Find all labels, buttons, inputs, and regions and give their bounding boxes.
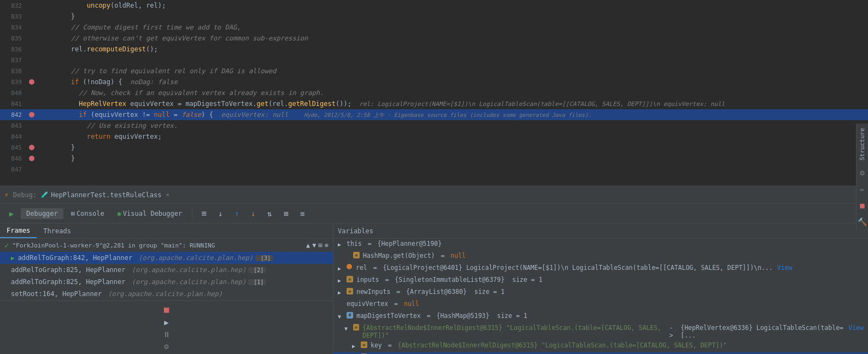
evaluate-button[interactable]: ⇅	[262, 206, 277, 221]
var-this[interactable]: ▶ this = {HepPlanner@5190}	[333, 239, 868, 251]
var-name-mapdigest: mapDigestToVertex	[356, 312, 421, 320]
expand-icon-key[interactable]: ▶	[352, 343, 359, 349]
console-icon: ⊞	[71, 210, 75, 217]
debug-tab-active[interactable]: 🧪 HepPlannerTest.testRuleClass ×	[41, 191, 169, 199]
thread-options-btn[interactable]: ⊕	[325, 241, 329, 249]
structure-gear-icon[interactable]: ⚙	[860, 168, 864, 177]
var-name-key: key	[371, 341, 382, 349]
frame-class-0: (org.apache.calcite.plan.hep)	[134, 254, 253, 262]
hash-icon-mapdigest: #	[347, 312, 353, 318]
structure-edit-icon[interactable]: ✏	[860, 185, 864, 193]
var-eq-key: =	[384, 341, 396, 349]
frame-class-3: (org.apache.calcite.plan.hep)	[104, 290, 222, 298]
breakpoint-839[interactable]	[29, 79, 34, 85]
structure-label[interactable]: Structure	[859, 128, 866, 161]
view-link-entry[interactable]: View	[848, 324, 864, 332]
code-line-843: 843 // Use existing vertex.	[0, 120, 868, 131]
frame-item-3[interactable]: setRoot:164, HepPlanner (org.apache.calc…	[0, 288, 333, 300]
frame-badge-2: [1]	[248, 279, 266, 285]
frame-method-3: setRoot:164, HepPlanner	[11, 290, 102, 298]
code-content-833: }	[37, 11, 868, 22]
debug-toolbar: ▶ Debugger ⊞ Console ◉ Visual Debugger ≡…	[0, 204, 868, 223]
eq-icon-key: =	[361, 341, 367, 348]
thread-down-btn[interactable]: ▼	[312, 241, 316, 249]
var-hashmap-get[interactable]: = HashMap.get(Object) = null	[333, 251, 868, 263]
frame-item-0[interactable]: ▶ addRelToGraph:842, HepPlanner (org.apa…	[0, 252, 333, 264]
rerun-button[interactable]: ▶	[4, 206, 19, 221]
step-out-button[interactable]: ↑	[230, 206, 244, 221]
line-number-836: 836	[0, 46, 26, 53]
frames-button[interactable]: ⊞	[279, 206, 293, 221]
var-mapdigest[interactable]: ▼ # mapDigestToVertex = {HashMap@5193} s…	[333, 311, 868, 323]
frame-class-1: (org.apache.calcite.plan.hep)	[128, 266, 247, 274]
line-number-847: 847	[0, 166, 26, 173]
breakpoint-845[interactable]	[29, 145, 34, 150]
tab-debugger[interactable]: Debugger	[21, 208, 63, 219]
code-content-838: // try to find equivalent rel only if DA…	[37, 66, 868, 76]
debug-close[interactable]: ×	[166, 191, 169, 198]
frame-method-1: addRelToGraph:825, HepPlanner	[11, 266, 126, 274]
view-link-rel[interactable]: View	[777, 264, 793, 272]
pause-btn[interactable]: ⏸	[163, 330, 171, 339]
visual-debug-icon: ◉	[118, 210, 121, 217]
var-equivvertex[interactable]: equivVertex = null	[333, 299, 868, 311]
tab-visual-debugger[interactable]: ◉ Visual Debugger	[112, 208, 188, 219]
expand-icon-hashmap	[344, 253, 351, 259]
view-anchor-entry[interactable]: View	[848, 324, 864, 332]
var-inputs[interactable]: ▶ = inputs = {SingletonImmutableList@637…	[333, 275, 868, 287]
variables-panel: Variables ▶ this = {HepPlanner@5190} = H…	[333, 223, 868, 354]
more-btn[interactable]: ⚙	[164, 342, 168, 351]
line-number-837: 837	[0, 57, 26, 64]
frame-item-1[interactable]: addRelToGraph:825, HepPlanner (org.apach…	[0, 264, 333, 276]
structure-sidebar: Structure ⚙ ✏ ■ 🔨	[856, 123, 868, 231]
tab-console[interactable]: ⊞ Console	[66, 208, 110, 219]
expand-icon-inputs[interactable]: ▶	[338, 278, 344, 284]
view-anchor-rel[interactable]: View	[777, 264, 793, 272]
frame-badge-1: [2]	[248, 267, 266, 273]
settings-button[interactable]: ≡	[295, 206, 309, 221]
eq-icon-inputs: =	[347, 276, 353, 282]
code-line-844: 844 return equivVertex;	[0, 131, 868, 142]
step-into-button[interactable]: ↓	[213, 206, 227, 221]
expand-icon-entry[interactable]: ▼	[344, 326, 351, 332]
var-name-inputs: inputs	[356, 276, 379, 284]
line-number-834: 834	[0, 24, 26, 31]
code-line-846: 846 }	[0, 153, 868, 164]
frame-method-2: addRelToGraph:825, HepPlanner	[11, 278, 126, 286]
eq-icon-hashmap: =	[353, 252, 360, 258]
expand-icon-mapdigest[interactable]: ▼	[338, 314, 344, 320]
code-line-838: 838 // try to find equivalent rel only i…	[0, 66, 868, 76]
var-newinputs[interactable]: ▶ = newInputs = {ArrayList@6380} size = …	[333, 287, 868, 299]
tab-frames[interactable]: Frames	[0, 223, 37, 238]
expand-icon-newinputs[interactable]: ▶	[338, 290, 344, 296]
eq-icon-newinputs: =	[347, 288, 353, 294]
frame-item-2[interactable]: addRelToGraph:825, HepPlanner (org.apach…	[0, 276, 333, 288]
var-rel[interactable]: ▶ rel = {LogicalProject@6401} LogicalPro…	[333, 263, 868, 275]
stop-btn[interactable]: ■	[164, 304, 169, 315]
variables-header: Variables	[333, 223, 868, 239]
tab-threads-label: Threads	[43, 227, 71, 235]
toolbar-sep-1	[192, 208, 192, 219]
thread-up-btn[interactable]: ▲	[306, 241, 310, 249]
breakpoint-842[interactable]	[29, 112, 34, 117]
line-number-845: 845	[0, 144, 26, 151]
var-eq-inputs: =	[382, 276, 393, 284]
tab-console-label: Console	[77, 210, 104, 217]
resume-btn[interactable]: ▶	[164, 318, 168, 327]
code-line-845: 845 }	[0, 142, 868, 153]
expand-icon-this[interactable]: ▶	[338, 241, 344, 247]
var-mapdigest-entry[interactable]: ▼ = {AbstractRelNode$InnerRelDigest@6315…	[333, 323, 868, 340]
breakpoint-846[interactable]	[29, 156, 34, 161]
step-over-button[interactable]: ≡	[197, 206, 211, 221]
structure-stop-icon[interactable]: ■	[860, 201, 864, 210]
tab-threads[interactable]: Threads	[37, 223, 78, 238]
var-eq-mapdigest: =	[423, 312, 435, 320]
code-line-840: 840 // Now, check if an equivalent verte…	[0, 87, 868, 98]
breakpoint-area-845	[26, 145, 37, 150]
thread-filter-btn[interactable]: ⊞	[319, 241, 322, 249]
run-to-cursor-button[interactable]: ↓	[246, 206, 260, 221]
structure-build-icon[interactable]: 🔨	[858, 217, 867, 226]
expand-icon-rel[interactable]: ▶	[338, 266, 344, 272]
var-key[interactable]: ▶ = key = {AbstractRelNode$InnerRelDiges…	[333, 340, 868, 352]
code-line-834: 834 // Compute digest first time we add …	[0, 22, 868, 33]
